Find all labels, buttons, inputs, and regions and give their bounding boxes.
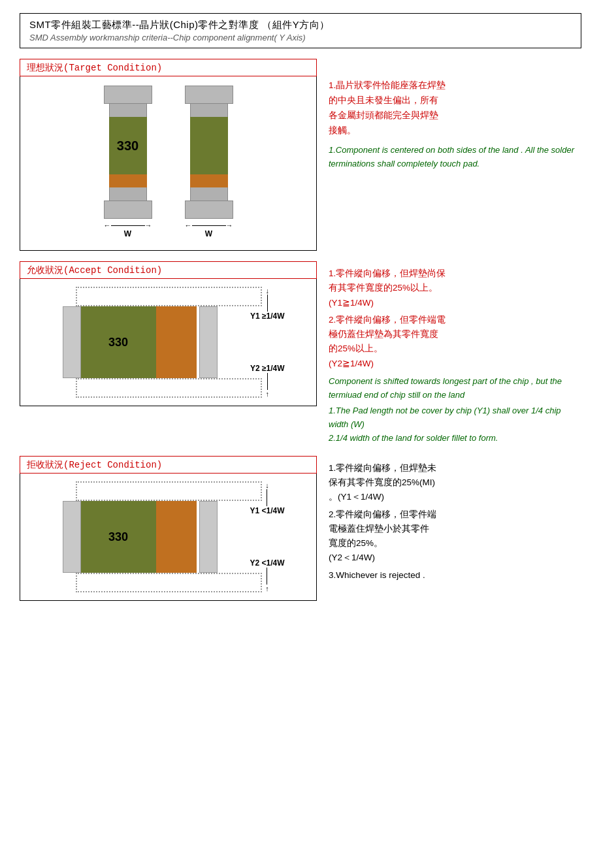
tca-green-l: 330 (109, 117, 147, 174)
chip-number-left: 330 (117, 138, 138, 153)
y1-annotation: ↓ Y1 ≥1/4W (250, 287, 285, 321)
page-header: SMT零件組裝工藝標準--晶片狀(Chip)零件之對準度 （組件Y方向） SMD… (20, 13, 581, 48)
accept-desc-en-2: 1.The Pad length not be cover by chip (Y… (329, 404, 581, 432)
target-desc-zh: 1.晶片狀零件恰能座落在焊墊 的中央且未發生偏出，所有 各金屬封頭都能完全與焊墊… (329, 78, 581, 138)
reject-chip-green: 330 (81, 501, 156, 573)
target-chip-layout: 330 ← → W (27, 86, 310, 238)
accept-pad-right (199, 306, 218, 378)
accept-desc-en-1: Component is shifted towards longest par… (329, 375, 581, 402)
reject-desc-zh: 1.零件縱向偏移，但焊墊未 保有其零件寬度的25%(MI) 。(Y1＜1/4W)… (329, 461, 581, 583)
reject-dotted-bottom (76, 573, 262, 592)
accept-chip-orange (156, 306, 197, 378)
y2-label: Y2 ≥1/4W (250, 364, 285, 373)
target-label-text: 理想狀況(Target Condition) (27, 63, 162, 73)
reject-right-panel: 1.零件縱向偏移，但焊墊未 保有其零件寬度的25%(MI) 。(Y1＜1/4W)… (317, 456, 581, 601)
accept-chip-row: 330 (63, 306, 265, 378)
reject-dotted-top (76, 481, 262, 501)
accept-right-panel: 1.零件縱向偏移，但焊墊尚保 有其零件寬度的25%以上。 (Y1≧1/4W) 2… (317, 261, 581, 445)
tca-orange-l (109, 174, 147, 187)
reject-section: 拒收狀況(Reject Condition) 330 (20, 456, 581, 601)
accept-desc-en-3: 2.1/4 width of the land for solder fille… (329, 432, 581, 445)
accept-chip-number: 330 (108, 336, 128, 349)
w-label-right: W (205, 229, 212, 238)
reject-chip-row: 330 (63, 501, 265, 573)
reject-chip-number: 330 (108, 530, 128, 543)
accept-label-text: 允收狀況(Accept Condition) (27, 265, 162, 276)
reject-pad-left (63, 501, 81, 573)
reject-diagram: 330 ↓ Y1 <1/4W Y2 <1/4W ↑ (20, 474, 317, 601)
tca-green-r (190, 117, 228, 174)
target-diagram: 330 ← → W (20, 76, 317, 251)
accept-diagram: 330 ↓ Y1 ≥1/4W Y2 ≥1/4W ↑ (20, 279, 317, 406)
accept-pad-left (63, 306, 81, 378)
reject-y2-label: Y2 <1/4W (250, 558, 284, 568)
accept-section: 允收狀況(Accept Condition) 330 (20, 261, 581, 445)
reject-y1-label: Y1 <1/4W (250, 506, 284, 515)
reject-y2-annotation: Y2 <1/4W ↑ (250, 558, 284, 592)
tca-cap-top-r (190, 104, 228, 117)
w-arrow-left: ← → (104, 221, 152, 229)
reject-label-text: 拒收狀況(Reject Condition) (27, 460, 162, 470)
y1-label: Y1 ≥1/4W (250, 312, 285, 321)
reject-chip-orange (156, 501, 197, 573)
tca-pad-bot-l (104, 201, 152, 219)
accept-label-wrapper: 允收狀況(Accept Condition) (20, 261, 317, 279)
reject-y1-annotation: ↓ Y1 <1/4W (250, 481, 284, 515)
page-title-zh: SMT零件組裝工藝標準--晶片狀(Chip)零件之對準度 （組件Y方向） (29, 19, 572, 31)
tca-pad-top-r (185, 86, 233, 104)
accept-chip-green: 330 (81, 306, 156, 378)
accept-chip-layout: 330 ↓ Y1 ≥1/4W Y2 ≥1/4W ↑ (51, 287, 286, 398)
target-label-wrapper: 理想狀況(Target Condition) (20, 59, 317, 76)
tca-cap-bot-r (190, 187, 228, 201)
target-chip-left: 330 ← → W (104, 86, 152, 238)
w-arrow-right: ← → (185, 221, 233, 229)
target-chip-right: ← → W (185, 86, 233, 238)
accept-dotted-bottom (76, 378, 262, 398)
accept-left: 允收狀況(Accept Condition) 330 (20, 261, 317, 445)
accept-dotted-top (76, 287, 262, 306)
tca-orange-r (190, 174, 228, 187)
reject-pad-right-outside (199, 501, 218, 573)
y2-annotation: Y2 ≥1/4W ↑ (250, 364, 285, 398)
reject-label-wrapper: 拒收狀況(Reject Condition) (20, 456, 317, 474)
tca-pad-top-l (104, 86, 152, 104)
target-desc-en: 1.Component is centered on both sides of… (329, 144, 581, 171)
page-title-en: SMD Assembly workmanship criteria--Chip … (29, 33, 572, 42)
tca-cap-top-l (109, 104, 147, 117)
reject-chip-layout: 330 ↓ Y1 <1/4W Y2 <1/4W ↑ (51, 481, 286, 592)
w-label-left: W (124, 229, 131, 238)
target-right-panel: 1.晶片狀零件恰能座落在焊墊 的中央且未發生偏出，所有 各金屬封頭都能完全與焊墊… (317, 59, 581, 251)
reject-left: 拒收狀況(Reject Condition) 330 (20, 456, 317, 601)
tca-pad-bot-r (185, 201, 233, 219)
accept-desc-zh: 1.零件縱向偏移，但焊墊尚保 有其零件寬度的25%以上。 (Y1≧1/4W) 2… (329, 266, 581, 371)
target-left: 理想狀況(Target Condition) 330 ← (20, 59, 317, 251)
tca-cap-bot-l (109, 187, 147, 201)
target-section: 理想狀況(Target Condition) 330 ← (20, 59, 581, 251)
